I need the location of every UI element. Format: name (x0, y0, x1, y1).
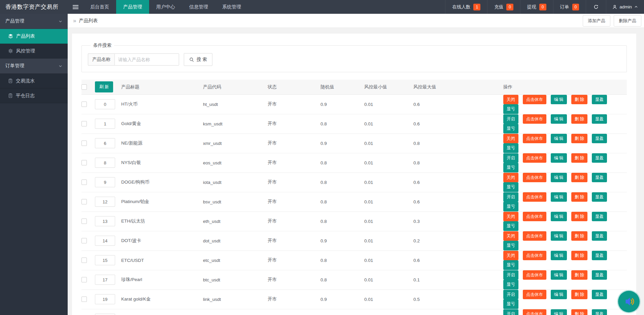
edit-button[interactable]: 编 辑 (551, 114, 567, 124)
toggle-market-button[interactable]: 关闭 (503, 231, 518, 241)
row-checkbox[interactable] (81, 199, 87, 204)
row-id-input[interactable] (95, 138, 115, 148)
nav-item[interactable]: 信息管理 (182, 0, 215, 14)
show-loss-button[interactable]: 显亏 (503, 182, 518, 192)
pause-market-button[interactable]: 点击休市 (523, 251, 546, 261)
row-id-input[interactable] (95, 99, 115, 109)
show-loss-button[interactable]: 显亏 (503, 104, 518, 114)
row-id-input[interactable] (95, 314, 115, 315)
row-checkbox[interactable] (81, 141, 87, 146)
show-profit-button[interactable]: 显盈 (592, 95, 607, 105)
delete-button[interactable]: 删 除 (571, 134, 587, 144)
pause-market-button[interactable]: 点击休市 (523, 153, 546, 163)
edit-button[interactable]: 编 辑 (551, 212, 567, 222)
edit-button[interactable]: 编 辑 (551, 95, 567, 105)
show-loss-button[interactable]: 显亏 (503, 299, 518, 309)
pause-market-button[interactable]: 点击休市 (523, 212, 546, 222)
toggle-market-button[interactable]: 关闭 (503, 134, 518, 144)
toggle-market-button[interactable]: 关闭 (503, 173, 518, 183)
search-button[interactable]: 搜 索 (184, 53, 212, 66)
show-profit-button[interactable]: 显盈 (592, 270, 607, 280)
select-all-checkbox[interactable] (81, 84, 87, 90)
row-id-input[interactable] (95, 177, 115, 187)
row-checkbox[interactable] (81, 258, 87, 263)
pause-market-button[interactable]: 点击休市 (523, 173, 546, 183)
delete-button[interactable]: 删 除 (571, 173, 587, 183)
show-profit-button[interactable]: 显盈 (592, 231, 607, 241)
row-checkbox[interactable] (81, 102, 87, 107)
pause-market-button[interactable]: 点击休市 (523, 290, 546, 300)
row-id-input[interactable] (95, 197, 115, 207)
hamburger-icon[interactable] (68, 0, 83, 14)
toggle-market-button[interactable]: 关闭 (503, 95, 518, 105)
show-loss-button[interactable]: 显亏 (503, 202, 518, 211)
show-profit-button[interactable]: 显盈 (592, 173, 607, 183)
refresh-table-button[interactable]: 刷 新 (95, 81, 113, 92)
nav-item[interactable]: 系统管理 (215, 0, 248, 14)
row-id-input[interactable] (95, 294, 115, 304)
toggle-market-button[interactable]: 开启 (503, 270, 518, 280)
edit-button[interactable]: 编 辑 (551, 153, 567, 163)
edit-button[interactable]: 编 辑 (551, 173, 567, 183)
pause-market-button[interactable]: 点击休市 (523, 270, 546, 280)
edit-button[interactable]: 编 辑 (551, 134, 567, 144)
show-loss-button[interactable]: 显亏 (503, 280, 518, 289)
show-profit-button[interactable]: 显盈 (592, 114, 607, 124)
toggle-market-button[interactable]: 关闭 (503, 251, 518, 261)
toggle-market-button[interactable]: 开启 (503, 290, 518, 300)
nav-item[interactable]: 用户中心 (149, 0, 182, 14)
row-checkbox[interactable] (81, 121, 87, 126)
pause-market-button[interactable]: 点击休市 (523, 95, 546, 105)
toggle-market-button[interactable]: 关闭 (503, 212, 518, 222)
edit-button[interactable]: 编 辑 (551, 270, 567, 280)
sidebar-item[interactable]: 平仓日志 (0, 88, 68, 103)
show-profit-button[interactable]: 显盈 (592, 192, 607, 202)
row-id-input[interactable] (95, 119, 115, 129)
delete-button[interactable]: 删 除 (571, 290, 587, 300)
row-id-input[interactable] (95, 255, 115, 265)
edit-button[interactable]: 编 辑 (551, 309, 567, 315)
delete-button[interactable]: 删 除 (571, 95, 587, 105)
toggle-market-button[interactable]: 开启 (503, 192, 518, 202)
sidebar-group-header[interactable]: 订单管理 (0, 58, 68, 74)
nav-stat[interactable]: 提现 0 (520, 0, 553, 14)
pause-market-button[interactable]: 点击休市 (523, 192, 546, 202)
show-loss-button[interactable]: 显亏 (503, 260, 518, 270)
row-checkbox[interactable] (81, 297, 87, 302)
edit-button[interactable]: 编 辑 (551, 192, 567, 202)
pause-market-button[interactable]: 点击休市 (523, 309, 546, 315)
user-menu[interactable]: admin (606, 0, 644, 14)
delete-button[interactable]: 删 除 (571, 270, 587, 280)
show-profit-button[interactable]: 显盈 (592, 290, 607, 300)
delete-product-button[interactable]: 删除产品 (614, 15, 641, 27)
row-id-input[interactable] (95, 236, 115, 246)
pause-market-button[interactable]: 点击休市 (523, 134, 546, 144)
show-profit-button[interactable]: 显盈 (592, 251, 607, 261)
row-checkbox[interactable] (81, 219, 87, 224)
show-loss-button[interactable]: 显亏 (503, 163, 518, 172)
show-profit-button[interactable]: 显盈 (592, 309, 607, 315)
product-name-input[interactable] (114, 53, 179, 66)
delete-button[interactable]: 删 除 (571, 153, 587, 163)
edit-button[interactable]: 编 辑 (551, 251, 567, 261)
row-id-input[interactable] (95, 216, 115, 226)
show-loss-button[interactable]: 显亏 (503, 241, 518, 250)
sidebar-item[interactable]: 风控管理 (0, 44, 68, 58)
show-profit-button[interactable]: 显盈 (592, 134, 607, 144)
sidebar-group-header[interactable]: 产品管理 (0, 14, 68, 29)
toggle-market-button[interactable]: 开启 (503, 114, 518, 124)
show-profit-button[interactable]: 显盈 (592, 153, 607, 163)
nav-stat[interactable]: 充值 0 (487, 0, 520, 14)
delete-button[interactable]: 删 除 (571, 309, 587, 315)
edit-button[interactable]: 编 辑 (551, 290, 567, 300)
delete-button[interactable]: 删 除 (571, 192, 587, 202)
audio-float-button[interactable] (618, 291, 640, 312)
row-checkbox[interactable] (81, 160, 87, 165)
pause-market-button[interactable]: 点击休市 (523, 114, 546, 124)
toggle-market-button[interactable]: 开启 (503, 309, 518, 315)
sidebar-item[interactable]: 交易流水 (0, 74, 68, 88)
sidebar-item[interactable]: 产品列表 (0, 29, 68, 44)
show-loss-button[interactable]: 显亏 (503, 221, 518, 231)
delete-button[interactable]: 删 除 (571, 114, 587, 124)
row-checkbox[interactable] (81, 180, 87, 185)
